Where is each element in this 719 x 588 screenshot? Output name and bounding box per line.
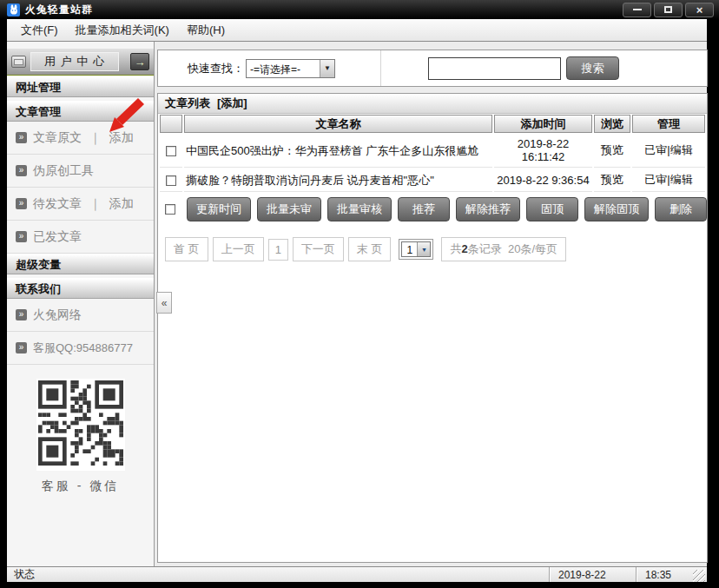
menu-help[interactable]: 帮助(H) [178, 19, 234, 41]
column-article-name: 文章名称 [184, 115, 492, 133]
quick-find-select[interactable]: -=请选择=- ▼ [246, 59, 335, 78]
title-bar: 火兔轻量站群 × [0, 0, 719, 19]
unrecommend-button[interactable]: 解除推荐 [456, 197, 520, 221]
status-date: 2019-8-22 [549, 567, 636, 582]
sidebar-item-service-qq[interactable]: » 客服QQ:954886777 [7, 332, 154, 365]
add-time-cell: 2019-8-22 9:36:54 [494, 168, 592, 192]
toolbar-separator [380, 50, 381, 86]
search-button[interactable]: 搜索 [566, 56, 619, 80]
rabbit-app-icon [7, 3, 20, 17]
chevron-right-icon: » [16, 165, 27, 176]
page-select-value: 1 [402, 242, 417, 256]
batch-approve-button[interactable]: 批量审核 [327, 197, 392, 221]
qr-code [36, 379, 125, 471]
status-bar: 状态 2019-8-22 18:35 [7, 566, 707, 582]
manage-links[interactable]: 已审|编辑 [632, 168, 705, 192]
table-row: 撕破脸？特朗普取消访问丹麦后 说丹麦首相"恶心" 2019-8-22 9:36:… [160, 168, 705, 192]
manage-links[interactable]: 已审|编辑 [632, 134, 705, 168]
status-time: 18:35 [636, 567, 693, 582]
delete-button[interactable]: 删除 [655, 197, 707, 221]
chevron-right-icon: » [16, 231, 27, 242]
summary-prefix: 共 [450, 242, 461, 255]
user-center-row: 用 户 中 心 → [7, 49, 154, 75]
sidebar-item-label[interactable]: 已发文章 [33, 229, 82, 245]
row-checkbox[interactable] [166, 146, 176, 156]
add-time-cell: 2019-8-22 16:11:42 [494, 134, 592, 168]
preview-link[interactable]: 预览 [594, 168, 630, 192]
qr-code-svg [38, 453, 123, 468]
next-page-button[interactable]: 下一页 [293, 237, 344, 261]
article-table: 文章名称 添加时间 浏览 管理 中国民企500强出炉：华为再登榜首 广东牛企多山… [158, 114, 707, 193]
page-select[interactable]: 1 ▼ [401, 241, 431, 257]
article-add-link[interactable]: [添加] [217, 96, 247, 111]
search-input[interactable] [428, 57, 561, 80]
sidebar-item-pending-articles[interactable]: » 待发文章 ｜ 添加 [7, 188, 154, 221]
window-chrome: 文件(F) 批量添加相关词(K) 帮助(H) 用 户 中 心 → 网址管理 文章… [7, 19, 707, 582]
sidebar-item-article-original[interactable]: » 文章原文 ｜ 添加 [7, 122, 154, 155]
window-title: 火兔轻量站群 [25, 3, 93, 17]
last-page-button[interactable]: 末 页 [348, 237, 392, 261]
sidebar-item-separator: ｜ [89, 196, 102, 212]
chevron-down-icon[interactable]: ▼ [320, 60, 334, 77]
table-header-row: 文章名称 添加时间 浏览 管理 [160, 115, 705, 133]
status-label: 状态 [14, 567, 35, 582]
unpin-top-button[interactable]: 解除固顶 [584, 197, 649, 221]
minimize-button[interactable] [623, 3, 651, 17]
maximize-button[interactable] [654, 3, 683, 17]
recommend-button[interactable]: 推荐 [398, 197, 450, 221]
sidebar-header-article-management[interactable]: 文章管理 [7, 101, 154, 122]
sidebar-item-label[interactable]: 伪原创工具 [33, 163, 94, 179]
collapse-icon: « [162, 297, 168, 309]
chevron-right-icon: » [16, 309, 27, 320]
article-list-title: 文章列表 [165, 96, 210, 111]
sidebar-item-label[interactable]: 待发文章 [33, 196, 82, 212]
menu-batch-add-keywords[interactable]: 批量添加相关词(K) [67, 19, 178, 41]
article-name-cell: 撕破脸？特朗普取消访问丹麦后 说丹麦首相"恶心" [184, 168, 492, 192]
sidebar-item-add-link[interactable]: 添加 [109, 130, 134, 146]
sidebar-collapse-button[interactable]: « [156, 292, 172, 314]
sidebar-item-label[interactable]: 火兔网络 [33, 307, 82, 323]
user-center-button[interactable]: 用 户 中 心 [30, 52, 119, 71]
quick-find-label: 快速查找： [188, 61, 244, 76]
sidebar-item-label[interactable]: 文章原文 [33, 130, 82, 146]
update-time-button[interactable]: 更新时间 [187, 197, 251, 221]
header-checkbox-cell [160, 115, 182, 133]
sidebar-item-huotu-network[interactable]: » 火兔网络 [7, 299, 154, 332]
sidebar-item-label[interactable]: 客服QQ:954886777 [33, 340, 133, 356]
batch-actions-row: 更新时间 批量未审 批量审核 推荐 解除推荐 固顶 解除固顶 删除 [158, 193, 707, 227]
sidebar-item-pseudo-original-tool[interactable]: » 伪原创工具 [7, 155, 154, 188]
chevron-right-icon: » [16, 198, 27, 209]
menu-bar: 文件(F) 批量添加相关词(K) 帮助(H) [7, 19, 707, 42]
preview-link[interactable]: 预览 [594, 134, 630, 168]
app-window: 火兔轻量站群 × 文件(F) 批量添加相关词(K) 帮助(H) 用 户 中 心 … [0, 0, 719, 588]
sidebar-item-separator: ｜ [89, 130, 102, 146]
column-manage: 管理 [632, 115, 705, 133]
qr-caption: 客服 - 微信 [7, 479, 154, 494]
prev-page-button[interactable]: 上一页 [213, 237, 264, 261]
sidebar-header-super-variables[interactable]: 超级变量 [7, 254, 154, 274]
batch-unapprove-button[interactable]: 批量未审 [257, 197, 321, 221]
empty-area [158, 261, 707, 562]
menu-file[interactable]: 文件(F) [12, 19, 67, 41]
pin-top-button[interactable]: 固顶 [526, 197, 578, 221]
chevron-down-icon[interactable]: ▼ [417, 242, 430, 256]
chevron-right-icon: » [16, 342, 27, 353]
first-page-button[interactable]: 首 页 [165, 237, 208, 261]
sidebar-header-url-management[interactable]: 网址管理 [7, 76, 154, 97]
sidebar-header-contact-us[interactable]: 联系我们 [7, 278, 154, 299]
page-select-wrap: 1 ▼ [399, 239, 433, 260]
sidebar-item-add-link[interactable]: 添加 [109, 196, 134, 212]
current-page-indicator: 1 [268, 239, 288, 261]
qr-section: 客服 - 微信 [7, 379, 154, 494]
article-list-panel: 文章列表 [添加] 文章名称 添加时间 浏览 管理 [157, 93, 708, 563]
sidebar-item-published-articles[interactable]: » 已发文章 [7, 221, 154, 254]
chevron-right-icon: » [16, 132, 27, 143]
search-toolbar: 快速查找： -=请选择=- ▼ 搜索 [157, 50, 708, 87]
user-center-arrow-button[interactable]: → [130, 53, 149, 70]
close-button[interactable]: × [685, 3, 714, 17]
sidebar: 用 户 中 心 → 网址管理 文章管理 » 文章原文 ｜ 添加 » 伪原创工具 [7, 42, 155, 566]
column-add-time: 添加时间 [494, 115, 592, 133]
row-checkbox[interactable] [166, 175, 176, 186]
resize-grip-icon[interactable] [693, 570, 705, 582]
select-all-checkbox[interactable] [165, 204, 175, 215]
